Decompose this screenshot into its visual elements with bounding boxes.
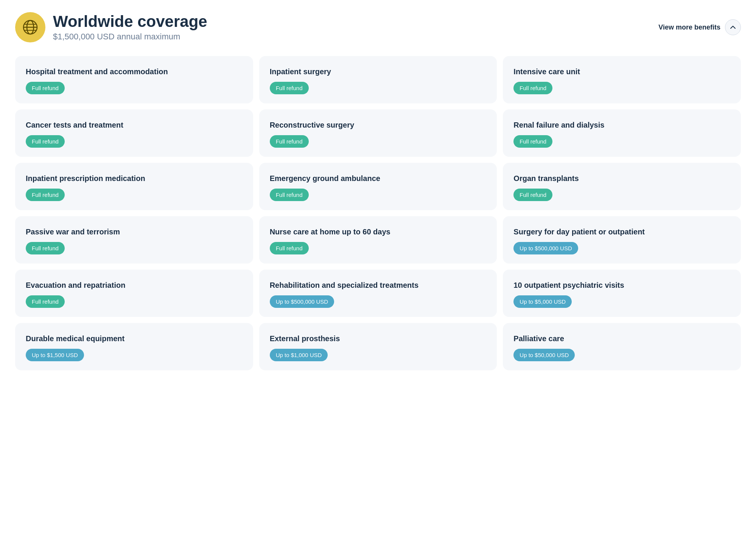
benefit-badge: Full refund [270, 189, 309, 201]
benefit-badge: Up to $1,000 USD [270, 349, 328, 361]
benefit-title: Evacuation and repatriation [26, 280, 243, 290]
benefit-badge: Full refund [26, 242, 65, 254]
benefit-badge: Full refund [270, 242, 309, 254]
benefit-card-rehabilitation: Rehabilitation and specialized treatment… [259, 270, 497, 317]
benefit-title: Reconstructive surgery [270, 120, 487, 130]
benefit-badge: Up to $1,500 USD [26, 349, 84, 361]
benefit-badge: Up to $5,000 USD [513, 295, 572, 308]
header-text: Worldwide coverage $1,500,000 USD annual… [53, 13, 207, 42]
benefit-title: Emergency ground ambulance [270, 173, 487, 183]
benefit-title: Intensive care unit [513, 67, 730, 76]
benefit-card-inpatient-prescription: Inpatient prescription medicationFull re… [15, 163, 253, 210]
benefit-card-organ-transplants: Organ transplantsFull refund [503, 163, 741, 210]
benefit-badge: Full refund [26, 135, 65, 148]
benefit-badge: Full refund [513, 82, 552, 94]
benefit-card-renal-failure: Renal failure and dialysisFull refund [503, 109, 741, 157]
benefit-card-durable-medical: Durable medical equipmentUp to $1,500 US… [15, 323, 253, 370]
globe-icon [22, 19, 39, 36]
benefit-badge: Up to $500,000 USD [270, 295, 334, 308]
benefit-card-passive-war: Passive war and terrorismFull refund [15, 216, 253, 264]
benefit-title: Hospital treatment and accommodation [26, 67, 243, 76]
benefit-title: External prosthesis [270, 334, 487, 343]
benefit-badge: Full refund [513, 189, 552, 201]
benefit-card-outpatient-psychiatric: 10 outpatient psychiatric visitsUp to $5… [503, 270, 741, 317]
globe-icon-wrapper [15, 12, 45, 42]
benefit-badge: Up to $50,000 USD [513, 349, 575, 361]
page-subtitle: $1,500,000 USD annual maximum [53, 32, 207, 42]
benefit-badge: Full refund [26, 295, 65, 308]
page-header: Worldwide coverage $1,500,000 USD annual… [15, 12, 741, 42]
benefit-card-inpatient-surgery: Inpatient surgeryFull refund [259, 56, 497, 103]
header-left: Worldwide coverage $1,500,000 USD annual… [15, 12, 207, 42]
benefit-badge: Full refund [270, 82, 309, 94]
benefit-card-nurse-care: Nurse care at home up to 60 daysFull ref… [259, 216, 497, 264]
benefit-badge: Full refund [270, 135, 309, 148]
page-title: Worldwide coverage [53, 13, 207, 30]
benefit-card-reconstructive-surgery: Reconstructive surgeryFull refund [259, 109, 497, 157]
benefit-card-emergency-ambulance: Emergency ground ambulanceFull refund [259, 163, 497, 210]
benefit-card-external-prosthesis: External prosthesisUp to $1,000 USD [259, 323, 497, 370]
benefit-title: Passive war and terrorism [26, 227, 243, 237]
benefit-title: Rehabilitation and specialized treatment… [270, 280, 487, 290]
benefit-card-cancer-tests: Cancer tests and treatmentFull refund [15, 109, 253, 157]
benefit-card-hospital-treatment: Hospital treatment and accommodationFull… [15, 56, 253, 103]
benefit-title: Inpatient surgery [270, 67, 487, 76]
benefit-title: Durable medical equipment [26, 334, 243, 343]
benefit-card-surgery-day-patient: Surgery for day patient or outpatientUp … [503, 216, 741, 264]
chevron-up-icon [730, 24, 736, 31]
benefit-title: 10 outpatient psychiatric visits [513, 280, 730, 290]
benefit-badge: Up to $500,000 USD [513, 242, 578, 254]
benefit-card-palliative-care: Palliative careUp to $50,000 USD [503, 323, 741, 370]
benefits-grid: Hospital treatment and accommodationFull… [15, 56, 741, 370]
view-more-button[interactable]: View more benefits [658, 19, 741, 35]
benefit-badge: Full refund [26, 82, 65, 94]
benefit-title: Inpatient prescription medication [26, 173, 243, 183]
view-more-label: View more benefits [658, 23, 720, 31]
benefit-title: Surgery for day patient or outpatient [513, 227, 730, 237]
benefit-badge: Full refund [513, 135, 552, 148]
benefit-title: Organ transplants [513, 173, 730, 183]
benefit-title: Palliative care [513, 334, 730, 343]
benefit-badge: Full refund [26, 189, 65, 201]
benefit-title: Nurse care at home up to 60 days [270, 227, 487, 237]
benefit-title: Renal failure and dialysis [513, 120, 730, 130]
chevron-up-button[interactable] [725, 19, 741, 35]
benefit-card-evacuation-repatriation: Evacuation and repatriationFull refund [15, 270, 253, 317]
benefit-card-intensive-care: Intensive care unitFull refund [503, 56, 741, 103]
benefit-title: Cancer tests and treatment [26, 120, 243, 130]
